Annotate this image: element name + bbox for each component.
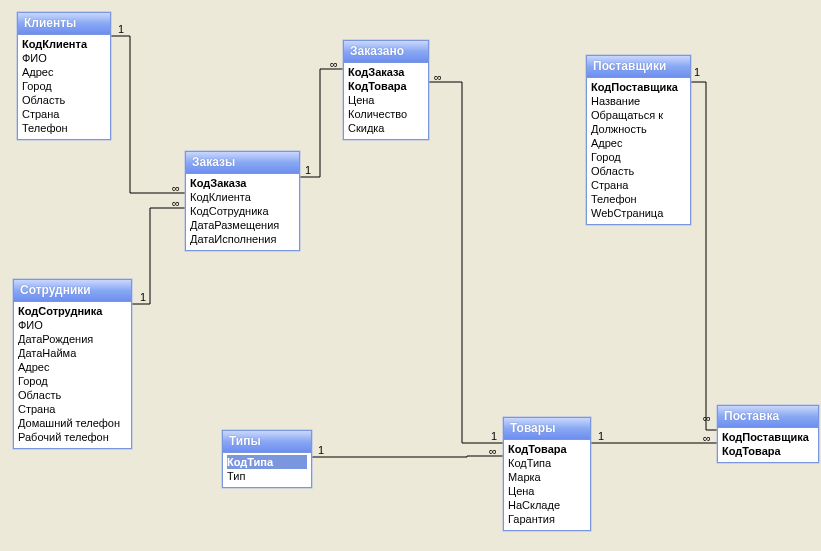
- field-suppliers-0[interactable]: КодПоставщика: [591, 80, 686, 94]
- relation-orders-ordered: [299, 69, 343, 177]
- field-goods-0[interactable]: КодТовара: [508, 442, 586, 456]
- cardinality-clients-orders-2: ∞: [172, 182, 180, 194]
- cardinality-clients-orders-1: 1: [118, 23, 124, 35]
- field-suppliers-8[interactable]: Телефон: [591, 192, 686, 206]
- er-diagram-canvas: 1∞1∞1∞∞11∞1∞1∞ КлиентыКодКлиентаФИОАдрес…: [0, 0, 821, 551]
- field-goods-4[interactable]: НаСкладе: [508, 498, 586, 512]
- field-ordered-3[interactable]: Количество: [348, 107, 424, 121]
- relation-types-goods: [311, 456, 503, 457]
- field-suppliers-2[interactable]: Обращаться к: [591, 108, 686, 122]
- cardinality-goods-ordered-1: ∞: [434, 71, 442, 83]
- field-suppliers-1[interactable]: Название: [591, 94, 686, 108]
- entity-body: КодСотрудникаФИОДатаРожденияДатаНаймаАдр…: [14, 302, 131, 448]
- field-suppliers-3[interactable]: Должность: [591, 122, 686, 136]
- field-ordered-2[interactable]: Цена: [348, 93, 424, 107]
- cardinality-types-goods-2: ∞: [489, 445, 497, 457]
- entity-body: КодТипаТип: [223, 453, 311, 487]
- field-clients-6[interactable]: Телефон: [22, 121, 106, 135]
- field-supply-0[interactable]: КодПоставщика: [722, 430, 814, 444]
- field-suppliers-4[interactable]: Адрес: [591, 136, 686, 150]
- cardinality-suppliers-supply-2: ∞: [703, 412, 711, 424]
- field-supply-1[interactable]: КодТовара: [722, 444, 814, 458]
- field-clients-1[interactable]: ФИО: [22, 51, 106, 65]
- field-ordered-4[interactable]: Скидка: [348, 121, 424, 135]
- entity-title[interactable]: Заказано: [344, 41, 428, 63]
- field-clients-2[interactable]: Адрес: [22, 65, 106, 79]
- cardinality-goods-ordered-2: 1: [491, 430, 497, 442]
- field-clients-0[interactable]: КодКлиента: [22, 37, 106, 51]
- relation-suppliers-supply: [690, 82, 717, 430]
- entity-employees[interactable]: СотрудникиКодСотрудникаФИОДатаРожденияДа…: [13, 279, 132, 449]
- field-goods-2[interactable]: Марка: [508, 470, 586, 484]
- field-orders-0[interactable]: КодЗаказа: [190, 176, 295, 190]
- field-types-1[interactable]: Тип: [227, 469, 307, 483]
- entity-body: КодПоставщикаКодТовара: [718, 428, 818, 462]
- entity-title[interactable]: Типы: [223, 431, 311, 453]
- cardinality-goods-supply-2: ∞: [703, 432, 711, 444]
- field-employees-3[interactable]: ДатаНайма: [18, 346, 127, 360]
- field-suppliers-6[interactable]: Область: [591, 164, 686, 178]
- entity-body: КодТовараКодТипаМаркаЦенаНаСкладеГаранти…: [504, 440, 590, 530]
- entity-body: КодПоставщикаНазваниеОбращаться кДолжнос…: [587, 78, 690, 224]
- field-ordered-0[interactable]: КодЗаказа: [348, 65, 424, 79]
- field-orders-2[interactable]: КодСотрудника: [190, 204, 295, 218]
- field-orders-3[interactable]: ДатаРазмещения: [190, 218, 295, 232]
- cardinality-orders-ordered-1: 1: [305, 164, 311, 176]
- field-suppliers-5[interactable]: Город: [591, 150, 686, 164]
- field-employees-8[interactable]: Домашний телефон: [18, 416, 127, 430]
- field-clients-5[interactable]: Страна: [22, 107, 106, 121]
- entity-goods[interactable]: ТоварыКодТовараКодТипаМаркаЦенаНаСкладеГ…: [503, 417, 591, 531]
- field-suppliers-7[interactable]: Страна: [591, 178, 686, 192]
- field-employees-6[interactable]: Область: [18, 388, 127, 402]
- field-employees-4[interactable]: Адрес: [18, 360, 127, 374]
- entity-title[interactable]: Сотрудники: [14, 280, 131, 302]
- field-employees-7[interactable]: Страна: [18, 402, 127, 416]
- cardinality-suppliers-supply-1: 1: [694, 66, 700, 78]
- entity-title[interactable]: Заказы: [186, 152, 299, 174]
- entity-clients[interactable]: КлиентыКодКлиентаФИОАдресГородОбластьСтр…: [17, 12, 111, 140]
- relation-goods-ordered: [428, 82, 503, 443]
- cardinality-employees-orders-2: ∞: [172, 197, 180, 209]
- cardinality-orders-ordered-2: ∞: [330, 58, 338, 70]
- field-employees-2[interactable]: ДатаРождения: [18, 332, 127, 346]
- entity-title[interactable]: Клиенты: [18, 13, 110, 35]
- field-employees-0[interactable]: КодСотрудника: [18, 304, 127, 318]
- field-types-0[interactable]: КодТипа: [227, 455, 307, 469]
- entity-title[interactable]: Товары: [504, 418, 590, 440]
- relation-employees-orders: [131, 208, 185, 304]
- field-orders-4[interactable]: ДатаИсполнения: [190, 232, 295, 246]
- entity-body: КодКлиентаФИОАдресГородОбластьСтранаТеле…: [18, 35, 110, 139]
- field-employees-9[interactable]: Рабочий телефон: [18, 430, 127, 444]
- entity-supply[interactable]: ПоставкаКодПоставщикаКодТовара: [717, 405, 819, 463]
- entity-types[interactable]: ТипыКодТипаТип: [222, 430, 312, 488]
- relation-clients-orders: [110, 36, 185, 193]
- entity-title[interactable]: Поставка: [718, 406, 818, 428]
- field-clients-3[interactable]: Город: [22, 79, 106, 93]
- entity-orders[interactable]: ЗаказыКодЗаказаКодКлиентаКодСотрудникаДа…: [185, 151, 300, 251]
- field-goods-1[interactable]: КодТипа: [508, 456, 586, 470]
- field-employees-5[interactable]: Город: [18, 374, 127, 388]
- entity-suppliers[interactable]: ПоставщикиКодПоставщикаНазваниеОбращатьс…: [586, 55, 691, 225]
- entity-title[interactable]: Поставщики: [587, 56, 690, 78]
- entity-body: КодЗаказаКодКлиентаКодСотрудникаДатаРазм…: [186, 174, 299, 250]
- field-suppliers-9[interactable]: WebСтраница: [591, 206, 686, 220]
- field-employees-1[interactable]: ФИО: [18, 318, 127, 332]
- entity-body: КодЗаказаКодТовараЦенаКоличествоСкидка: [344, 63, 428, 139]
- cardinality-goods-supply-1: 1: [598, 430, 604, 442]
- field-goods-3[interactable]: Цена: [508, 484, 586, 498]
- cardinality-employees-orders-1: 1: [140, 291, 146, 303]
- field-clients-4[interactable]: Область: [22, 93, 106, 107]
- cardinality-types-goods-1: 1: [318, 444, 324, 456]
- field-goods-5[interactable]: Гарантия: [508, 512, 586, 526]
- field-ordered-1[interactable]: КодТовара: [348, 79, 424, 93]
- entity-ordered[interactable]: ЗаказаноКодЗаказаКодТовараЦенаКоличество…: [343, 40, 429, 140]
- field-orders-1[interactable]: КодКлиента: [190, 190, 295, 204]
